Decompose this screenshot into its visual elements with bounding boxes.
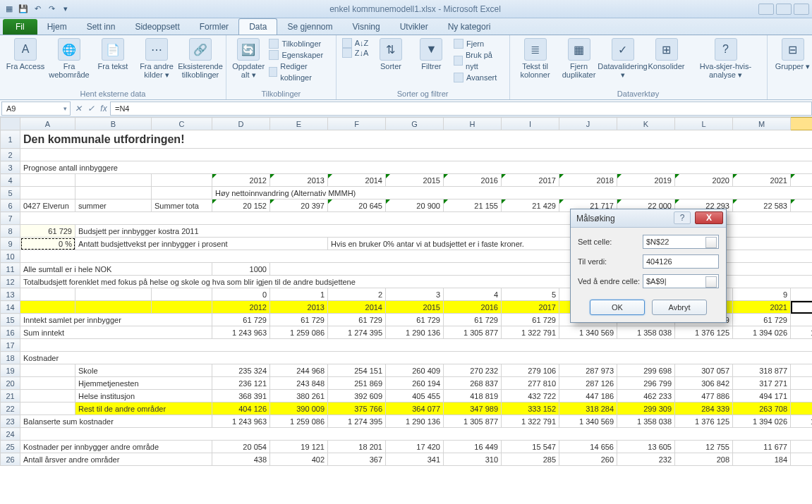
cell[interactable]: 405 455 xyxy=(386,390,444,402)
formula-input[interactable]: =N4 xyxy=(110,102,812,116)
cell[interactable]: 21 429 xyxy=(502,199,559,212)
cell[interactable]: 438 xyxy=(212,453,270,466)
cell[interactable]: Balanserte sum kostnader xyxy=(20,415,212,428)
cell[interactable]: 243 106 xyxy=(791,402,813,415)
cell[interactable]: 162 xyxy=(791,453,813,466)
cell[interactable]: 270 232 xyxy=(444,364,502,377)
connections-button[interactable]: Tilkoblinger xyxy=(269,38,329,49)
cell[interactable] xyxy=(20,149,813,161)
cell[interactable]: 1 259 086 xyxy=(270,415,328,428)
cell[interactable]: 1 290 136 xyxy=(386,326,444,339)
cell[interactable]: 341 xyxy=(386,453,444,466)
dialog-close-button[interactable]: X xyxy=(695,211,723,224)
cell[interactable]: 1 412 977 xyxy=(791,326,813,339)
row-17[interactable]: 17 xyxy=(1,339,813,352)
cell[interactable]: 287 973 xyxy=(559,364,617,377)
cell[interactable]: Rest til de andre områder xyxy=(75,402,212,415)
undo-icon[interactable]: ↶ xyxy=(31,3,44,16)
cell[interactable]: Inntekt samlet per innbygger xyxy=(20,314,212,326)
cell[interactable]: 368 391 xyxy=(212,390,270,402)
tab-formulas[interactable]: Formler xyxy=(190,19,238,35)
cell[interactable]: 17 420 xyxy=(386,441,444,453)
cancel-formula-icon[interactable]: ✕ xyxy=(72,102,85,115)
cell-a9[interactable]: 0 % xyxy=(20,238,75,250)
cell[interactable]: 9 xyxy=(733,288,791,301)
cell[interactable]: 2013 xyxy=(270,174,328,187)
clear-filter-button[interactable]: Fjern xyxy=(454,38,503,49)
row-19[interactable]: 19Skole 235 324244 968254 151260 409270 … xyxy=(1,364,813,377)
cell[interactable]: Prognose antall innbyggere xyxy=(20,161,813,174)
cell[interactable]: Høy nettoinnvandring (Alternativ MMMH) xyxy=(212,187,813,199)
cell[interactable]: 1 322 791 xyxy=(502,415,559,428)
cell[interactable]: 380 261 xyxy=(270,390,328,402)
reapply-filter-button[interactable]: Bruk på nytt xyxy=(454,49,503,72)
from-access-button[interactable]: AFra Access xyxy=(6,38,45,70)
cell[interactable]: 1 259 086 xyxy=(270,326,328,339)
cell[interactable]: 20 645 xyxy=(328,199,386,212)
cell[interactable]: 299 698 xyxy=(617,364,675,377)
row-23[interactable]: 23 Balanserte sum kostnader 1 243 9631 2… xyxy=(1,415,813,428)
cell[interactable]: 333 152 xyxy=(502,402,559,415)
minimize-button[interactable] xyxy=(758,4,774,15)
cell[interactable]: 61 729 xyxy=(270,314,328,326)
name-box[interactable]: A9 xyxy=(1,102,71,116)
cell[interactable]: 2015 xyxy=(386,174,444,187)
row-25[interactable]: 25 Kostnader per innbygger andre område … xyxy=(1,441,813,453)
what-if-button[interactable]: ?Hva-skjer-hvis-analyse ▾ xyxy=(691,38,761,79)
cell[interactable]: 2014 xyxy=(328,174,386,187)
cell[interactable]: 367 xyxy=(328,453,386,466)
close-button[interactable] xyxy=(794,4,809,15)
sort-desc-button[interactable]: Z↓A xyxy=(342,48,369,58)
col-header[interactable]: H xyxy=(444,118,502,130)
cell-n14[interactable]: 2022 xyxy=(791,301,813,314)
cell[interactable]: 2021 xyxy=(733,301,791,314)
fx-icon[interactable]: fx xyxy=(97,102,110,115)
col-header[interactable]: C xyxy=(152,118,212,130)
cell[interactable]: 1 358 038 xyxy=(617,326,675,339)
cell[interactable]: 1 274 395 xyxy=(328,415,386,428)
cell[interactable]: 392 609 xyxy=(328,390,386,402)
col-header[interactable]: N xyxy=(791,118,813,130)
col-header[interactable]: B xyxy=(75,118,152,130)
row-5[interactable]: 5Høy nettoinnvandring (Alternativ MMMH) xyxy=(1,187,813,199)
text-to-columns-button[interactable]: ≣Tekst til kolonner xyxy=(516,38,555,79)
cell[interactable]: 61 729 xyxy=(733,314,791,326)
cell[interactable]: 268 837 xyxy=(444,377,502,390)
cell[interactable]: 1 394 026 xyxy=(733,326,791,339)
cell[interactable]: 20 397 xyxy=(270,199,328,212)
cell[interactable]: 61 729 xyxy=(386,314,444,326)
cell[interactable]: 260 xyxy=(559,453,617,466)
cell[interactable]: 296 799 xyxy=(617,377,675,390)
tab-developer[interactable]: Utvikler xyxy=(390,19,438,35)
cell[interactable]: 2012 xyxy=(212,174,270,187)
cell[interactable]: 1 340 569 xyxy=(559,415,617,428)
tab-new-category[interactable]: Ny kategori xyxy=(438,19,501,35)
tab-insert[interactable]: Sett inn xyxy=(77,19,126,35)
cell[interactable]: 287 126 xyxy=(559,377,617,390)
cell[interactable]: 0427 Elverun xyxy=(20,199,75,212)
col-header[interactable]: K xyxy=(617,118,675,130)
cell[interactable]: 1 243 963 xyxy=(212,415,270,428)
cell[interactable]: 236 121 xyxy=(212,377,270,390)
from-other-button[interactable]: ⋯Fra andre kilder ▾ xyxy=(137,38,176,79)
cell[interactable]: 61 729 xyxy=(502,314,559,326)
enter-formula-icon[interactable]: ✓ xyxy=(85,102,97,115)
by-changing-input[interactable]: $A$9| xyxy=(643,274,719,288)
cell[interactable]: 232 xyxy=(617,453,675,466)
row-2[interactable]: 2 xyxy=(1,149,813,161)
cell[interactable]: 418 819 xyxy=(444,390,502,402)
cell[interactable]: 5 xyxy=(502,288,559,301)
cell[interactable]: Summer tota xyxy=(152,199,212,212)
cell[interactable]: 18 201 xyxy=(328,441,386,453)
col-header[interactable]: E xyxy=(270,118,328,130)
cell[interactable]: 279 106 xyxy=(502,364,559,377)
cell[interactable]: 328 101 xyxy=(791,377,813,390)
cell[interactable]: 1 358 038 xyxy=(617,415,675,428)
maximize-button[interactable] xyxy=(776,4,792,15)
cell[interactable]: 3 xyxy=(386,288,444,301)
cell[interactable]: 2020 xyxy=(675,174,733,187)
cell[interactable]: 10 621 xyxy=(791,441,813,453)
cell[interactable]: 2022 xyxy=(791,174,813,187)
cell[interactable]: 1 290 136 xyxy=(386,415,444,428)
cell[interactable]: 2017 xyxy=(502,174,559,187)
